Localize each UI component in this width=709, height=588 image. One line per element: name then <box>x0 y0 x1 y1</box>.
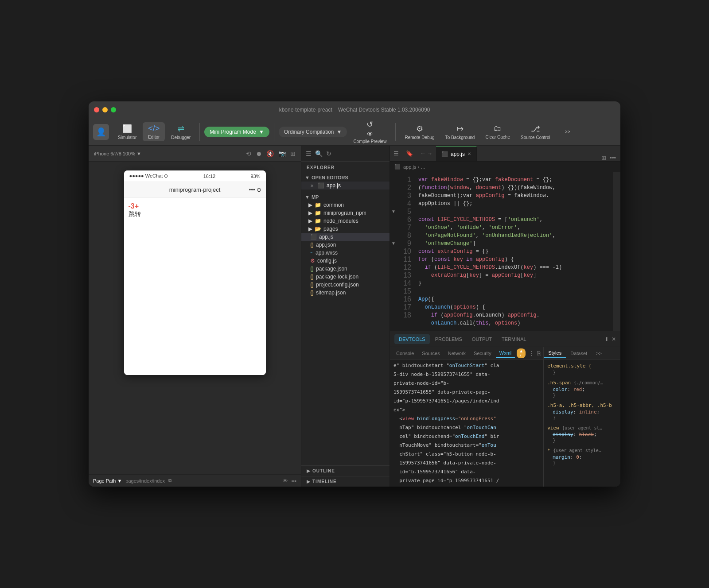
screenshot-icon[interactable]: 📷 <box>278 150 286 157</box>
separator-3 <box>395 123 396 141</box>
file-project-config[interactable]: {} project.config.json <box>301 281 390 289</box>
split-icon[interactable]: ⊞ <box>290 150 296 157</box>
debugger-button[interactable]: ⇌ Debugger <box>167 122 195 142</box>
outline-section[interactable]: ▶ OUTLINE <box>301 465 390 476</box>
preview-eye-icon: 👁 <box>367 131 373 138</box>
editor-and-devtools: ☰ 🔖 ← → ⬛ app.js ✕ ⊞ <box>390 146 620 487</box>
compile-preview-label: Compile Preview <box>353 139 386 144</box>
devtools-tab-problems[interactable]: PROBLEMS <box>431 334 467 344</box>
copy-icon[interactable]: ⧉ <box>168 478 172 484</box>
close-button[interactable] <box>94 107 99 112</box>
dots-icon[interactable]: ••• <box>291 478 296 484</box>
folder-common[interactable]: ▶ 📁 common <box>301 201 390 209</box>
editor-tab-appjs[interactable]: ⬛ app.js ✕ <box>436 146 477 161</box>
explorer-toolbar-icons: ☰ 🔍 ↻ <box>306 150 331 157</box>
compile-preview-button[interactable]: ↺ 👁 Compile Preview <box>349 118 391 146</box>
eye-icon[interactable]: 👁 <box>283 478 288 484</box>
wxml-row-8: nTap" bindtouchcancel="onTouchCan <box>390 423 543 432</box>
to-background-button[interactable]: ↦ To Background <box>441 122 479 142</box>
mp-header[interactable]: ▼ MP <box>301 193 390 201</box>
style-selector-1: element.style { <box>547 363 617 369</box>
devtools-more-2[interactable]: ⎘ <box>537 350 541 357</box>
explorer-search-icon[interactable]: 🔍 <box>315 150 323 157</box>
editor-button[interactable]: </> Editor <box>143 122 165 141</box>
more-button[interactable]: >> <box>557 128 579 136</box>
styles-tab-more[interactable]: >> <box>592 349 606 358</box>
fold-arrow-9[interactable]: ▼ <box>390 240 397 248</box>
editor-more-icon[interactable]: ••• <box>610 155 616 161</box>
styles-tab-dataset[interactable]: Dataset <box>566 349 592 358</box>
folder-pages[interactable]: ▶ 📂 pages <box>301 225 390 233</box>
clear-cache-button[interactable]: 🗂 Clear Cache <box>481 122 514 141</box>
phone-red-text: -3+ <box>129 202 261 210</box>
open-editors-header[interactable]: ▼ OPEN EDITORS <box>301 174 390 182</box>
compile-selector[interactable]: Ordinary Compilation ▼ <box>279 127 347 137</box>
wxml-panel[interactable]: e" bindtouchstart="onTouchStart" cla 5-d… <box>390 360 543 487</box>
file-appjs[interactable]: ⬛ app.js <box>301 233 390 241</box>
timeline-section[interactable]: ▶ TIMELINE <box>301 476 390 487</box>
phone-chinese-text: 跳转 <box>129 210 261 218</box>
simulator-button[interactable]: ⬜ Simulator <box>113 122 141 142</box>
close-appjs-btn[interactable]: ✕ <box>310 183 314 188</box>
mode-selector[interactable]: Mini Program Mode ▼ <box>204 127 269 137</box>
subtab-console[interactable]: Console <box>393 349 417 357</box>
rotate-icon[interactable]: ⟲ <box>246 150 251 157</box>
folder-miniprogram-npm[interactable]: ▶ 📁 miniprogram_npm <box>301 209 390 217</box>
file-configjs[interactable]: ⚙ config.js <box>301 257 390 265</box>
file-packagejson-label: package.json <box>316 266 347 272</box>
minimap <box>613 172 620 331</box>
maximize-button[interactable] <box>111 107 116 112</box>
source-control-label: Source Control <box>521 135 550 140</box>
open-editor-appjs-label: app.js <box>327 182 341 189</box>
file-package-lock-icon: {} <box>310 274 314 280</box>
style-selector-4: view {user agent st… <box>547 425 617 431</box>
mode-label: Mini Program Mode <box>210 129 256 135</box>
editor-nav-back[interactable]: ← → <box>417 146 436 161</box>
style-rule-element: element.style { } <box>547 363 617 375</box>
fold-arrow-5[interactable]: ▼ <box>390 208 397 216</box>
split-editor-icon[interactable]: ⊞ <box>601 155 606 161</box>
folder-node-modules[interactable]: ▶ 📁 node_modules <box>301 217 390 225</box>
record-icon[interactable]: ⏺ <box>256 150 262 157</box>
explorer-sync-icon[interactable]: ↻ <box>326 150 331 157</box>
explorer-list-icon[interactable]: ☰ <box>306 150 312 157</box>
styles-tab-styles[interactable]: Styles <box>544 348 566 358</box>
appjs-icon: ⬛ <box>318 182 324 189</box>
wxml-row-10: nTouchMove" bindtouchstart="onTou <box>390 441 543 450</box>
subtab-security[interactable]: Security <box>470 349 495 357</box>
wxml-row-7: <view bindlongpress="onLongPress" <box>390 414 543 423</box>
subtab-network[interactable]: Network <box>444 349 469 357</box>
devtools-tab-terminal[interactable]: TERMINAL <box>497 334 531 344</box>
devtools-tab-output[interactable]: OUTPUT <box>467 334 496 344</box>
open-editor-appjs[interactable]: ✕ ⬛ app.js <box>301 182 390 190</box>
source-control-button[interactable]: ⎇ Source Control <box>516 122 555 142</box>
editor-bookmark-icon[interactable]: 🔖 <box>402 146 417 161</box>
devtools-expand-icon[interactable]: ⬆ <box>604 336 609 342</box>
subtab-wxml[interactable]: Wxml <box>496 349 515 358</box>
devtools-more-1[interactable]: ⋮ <box>528 350 534 357</box>
editor-icon: </> <box>148 124 160 133</box>
remote-debug-button[interactable]: ⚙ Remote Debug <box>400 122 439 142</box>
code-content[interactable]: var fakeWindow = {};var fakeDocument = {… <box>415 172 613 331</box>
open-editors-section: ▼ OPEN EDITORS ✕ ⬛ app.js <box>301 172 390 191</box>
devtools-tab-devtools[interactable]: DEVTOOLS <box>394 334 430 344</box>
file-sitemap[interactable]: {} sitemap.json <box>301 289 390 297</box>
nav-record: ⊙ <box>257 186 261 193</box>
style-rule-view: view {user agent st… display: block; } <box>547 425 617 443</box>
file-package-lock[interactable]: {} package-lock.json <box>301 273 390 281</box>
editor-top-actions: ⊞ ••• <box>597 155 620 161</box>
mute-icon[interactable]: 🔇 <box>266 150 274 157</box>
file-appjson[interactable]: {} app.json <box>301 241 390 249</box>
devtools-close-icon[interactable]: ✕ <box>612 336 616 342</box>
file-appwxss[interactable]: ~ app.wxss <box>301 249 390 257</box>
devtools-tabs-bar: DEVTOOLS PROBLEMS OUTPUT TERMINAL ⬆ ✕ <box>390 331 620 347</box>
clear-cache-icon: 🗂 <box>494 124 502 133</box>
page-path-btn[interactable]: Page Path ▼ <box>93 478 122 484</box>
tab-close-btn[interactable]: ✕ <box>467 151 471 156</box>
editor-sidebar-icon[interactable]: ☰ <box>390 146 402 161</box>
file-packagejson[interactable]: {} package.json <box>301 265 390 273</box>
avatar: 👤 <box>93 124 109 140</box>
minimize-button[interactable] <box>102 107 108 112</box>
subtab-sources[interactable]: Sources <box>418 349 443 357</box>
line-numbers: 1234 5678 9101112 13141516 1718 <box>397 172 415 331</box>
